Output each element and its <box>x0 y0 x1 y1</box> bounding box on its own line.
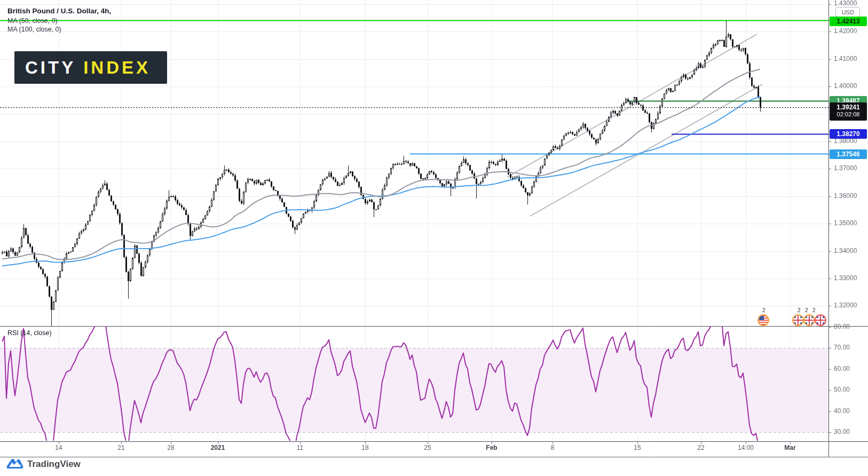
bar-countdown: 02:02:08 <box>830 111 867 117</box>
price-tick: 1.35000 <box>834 219 857 227</box>
time-label: 18 <box>361 444 368 451</box>
price-tick: 1.41000 <box>834 55 857 62</box>
price-tick: 1.33000 <box>834 274 857 282</box>
currency-toggle-button[interactable]: USD <box>835 7 860 17</box>
price-tick: 1.40000 <box>834 82 857 90</box>
ma100-legend[interactable]: MA (100, close, 0) <box>7 26 61 33</box>
price-tick: 1.37000 <box>834 164 857 172</box>
rsi-tick: 50.00 <box>834 386 850 393</box>
event-count-badge: 2 <box>798 307 801 313</box>
price-tick: 1.32000 <box>834 302 857 309</box>
time-label-month: Feb <box>486 444 497 451</box>
uk-flag-event-icon[interactable] <box>792 314 804 326</box>
rsi-tick: 80.00 <box>834 323 850 330</box>
last-price-value: 1.39241 <box>830 102 867 111</box>
time-label: 28 <box>167 444 174 451</box>
event-count-badge: 2 <box>805 307 808 313</box>
time-label: 11 <box>297 444 303 451</box>
rsi-tick: 70.00 <box>834 344 850 351</box>
uk-flag-event-icon[interactable] <box>803 314 815 326</box>
us-flag-event-icon[interactable] <box>757 314 769 326</box>
rsi-tick: 40.00 <box>834 407 850 415</box>
tradingview-link[interactable]: TradingView <box>6 458 81 471</box>
time-label: 22 <box>697 444 704 451</box>
time-label: 14:00 <box>738 444 754 451</box>
price-tick: 1.43000 <box>834 0 857 7</box>
price-tick: 1.36000 <box>834 192 857 200</box>
city-index-logo: CITY INDEX <box>14 51 167 84</box>
tradingview-brand-text: TradingView <box>27 459 81 470</box>
price-axis[interactable]: 1.43000 1.42000 1.41000 1.40000 1.38000 … <box>828 0 868 441</box>
logo-index-text: INDEX <box>83 59 151 76</box>
support-price-label-blue: 1.38270 <box>830 129 867 139</box>
event-count-badge: 2 <box>762 307 766 313</box>
time-label: 15 <box>634 444 641 451</box>
last-price-label: 1.39241 02:02:08 <box>830 102 867 121</box>
rsi-legend[interactable]: RSI (14, close) <box>7 329 52 337</box>
rsi-tick: 60.00 <box>834 365 850 372</box>
price-tick: 1.42000 <box>834 27 857 35</box>
symbol-title[interactable]: British Pound / U.S. Dollar, 4h, <box>7 7 111 15</box>
tradingview-logo-icon <box>6 458 23 471</box>
event-count-badge: 2 <box>812 307 816 313</box>
time-label-month: Mar <box>784 444 795 451</box>
support-price-label-lightblue: 1.37546 <box>830 149 867 159</box>
time-label: 8 <box>551 444 555 451</box>
resistance-price-label: 1.42413 <box>830 17 867 26</box>
price-tick: 1.34000 <box>834 247 857 255</box>
time-label: 25 <box>424 444 431 451</box>
logo-city-text: CITY <box>25 59 76 76</box>
uk-flag-event-icon[interactable] <box>815 314 826 326</box>
time-label-year: 2021 <box>211 444 225 451</box>
time-label: 14 <box>55 444 62 451</box>
ma50-legend[interactable]: MA (50, close, 0) <box>7 17 58 25</box>
rsi-tick: 30.00 <box>834 428 850 435</box>
time-label: 21 <box>117 444 124 451</box>
chart-root: British Pound / U.S. Dollar, 4h, MA (50,… <box>0 0 868 476</box>
